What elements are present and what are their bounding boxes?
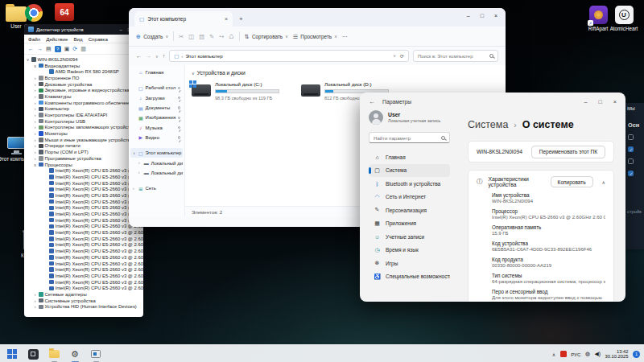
up-icon[interactable]: ↑ (163, 53, 166, 59)
settings-nav-item[interactable]: ◠ Сеть и Интернет (369, 191, 450, 204)
device-tree-node[interactable]: › Контроллеры запоминающих устройств (24, 125, 143, 131)
device-tree-node[interactable]: › Системные устройства (24, 298, 143, 304)
properties-icon[interactable]: ▣ (64, 46, 70, 52)
sidebar-item[interactable]: › ▬ Локальный диск (C:) (130, 158, 183, 167)
device-tree-node[interactable]: Intel(R) Xeon(R) CPU E5-2660 v3 @ 2.60GH… (24, 180, 143, 187)
settings-search-input[interactable]: Найти параметр (369, 132, 450, 143)
tree-twisty-icon[interactable]: › (33, 150, 37, 154)
hidden-icons-chevron[interactable]: ∧ (552, 352, 555, 357)
forward-icon[interactable]: → (146, 53, 151, 59)
device-tree-node[interactable]: Intel(R) Xeon(R) CPU E5-2660 v3 @ 2.60GH… (24, 211, 143, 217)
back-icon[interactable]: ← (369, 98, 375, 105)
rename-pc-button[interactable]: Переименовать этот ПК (531, 146, 605, 158)
tree-twisty-icon[interactable]: › (33, 304, 37, 309)
settings-nav-item[interactable]: ◷ Время и язык (369, 244, 450, 257)
device-tree-node[interactable]: Intel(R) Xeon(R) CPU E5-2660 v3 @ 2.60GH… (24, 174, 143, 180)
device-tree-node[interactable]: › Программные устройства (24, 155, 143, 162)
checkbox[interactable] (628, 134, 634, 140)
tree-twisty-icon[interactable]: ∨ (133, 151, 136, 155)
device-tree-node[interactable]: Intel(R) Xeon(R) CPU E5-2660 v3 @ 2.60GH… (24, 254, 143, 261)
tree-twisty-icon[interactable]: › (33, 143, 37, 148)
device-tree-node[interactable]: Intel(R) Xeon(R) CPU E5-2660 v3 @ 2.60GH… (24, 261, 143, 267)
device-specs-header[interactable]: ⓘ Характеристики устройства Копировать ∧ (477, 176, 605, 187)
list-view-icon[interactable]: ▤ (46, 46, 52, 52)
account-row[interactable]: User Локальная учетная запись (369, 110, 450, 125)
clock[interactable]: 13:42 30.10.2025 (605, 349, 628, 360)
device-tree-node[interactable]: › Дисковые устройства (24, 81, 143, 88)
close-icon[interactable]: × (494, 13, 497, 19)
device-tree-node[interactable]: ∨ Процессоры (24, 162, 143, 168)
sidebar-item[interactable]: ▶ Видео (130, 133, 183, 142)
tree-twisty-icon[interactable]: › (33, 131, 37, 136)
tree-twisty-icon[interactable]: › (33, 106, 37, 111)
checkbox[interactable] (628, 158, 634, 164)
device-tree-node[interactable]: Intel(R) Xeon(R) CPU E5-2660 v3 @ 2.60GH… (24, 279, 143, 286)
device-tree-node[interactable]: Intel(R) Xeon(R) CPU E5-2660 v3 @ 2.60GH… (24, 273, 143, 279)
taskbar-file-explorer[interactable] (47, 348, 60, 360)
sidebar-item[interactable]: › ▬ Локальный диск (D:) (130, 168, 183, 178)
forward-icon[interactable]: → (37, 46, 43, 51)
menu-item[interactable]: Файл (28, 36, 40, 42)
device-tree-node[interactable]: › Мониторы (24, 130, 143, 137)
tree-twisty-icon[interactable]: › (138, 171, 142, 175)
tree-twisty-icon[interactable]: › (33, 292, 37, 297)
collapse-chevron-icon[interactable]: ∧ (602, 179, 605, 185)
new-tab-icon[interactable]: + (239, 15, 243, 23)
close-tab-icon[interactable]: × (225, 16, 228, 22)
tree-twisty-icon[interactable]: › (33, 76, 37, 80)
tree-twisty-icon[interactable]: › (33, 298, 37, 303)
refresh-icon[interactable]: ⟳ (400, 53, 404, 59)
new-button[interactable]: ⊕ Создать ∨ (136, 33, 168, 40)
minimize-icon[interactable]: – (120, 27, 122, 32)
device-tree-node[interactable]: Intel(R) Xeon(R) CPU E5-2660 v3 @ 2.60GH… (24, 285, 143, 291)
device-tree-node[interactable]: › Устройства HID (Human Interface Device… (24, 304, 143, 311)
sidebar-item[interactable]: › ⊞ Сеть (130, 183, 183, 193)
taskbar-device-manager[interactable] (89, 348, 102, 360)
copy-icon[interactable]: ◫ (188, 33, 194, 40)
cut-icon[interactable]: ✂ (179, 33, 184, 40)
settings-nav-item[interactable]: ᛒ Bluetooth и устройства (369, 177, 450, 191)
tree-twisty-icon[interactable]: › (133, 187, 136, 191)
sidebar-item[interactable]: ⌂ Главная (130, 68, 183, 77)
device-tree-node[interactable]: ∨ Видеоадаптеры (24, 63, 143, 69)
settings-nav-item[interactable]: ⊗ Игры (369, 257, 450, 270)
tree-twisty-icon[interactable]: › (33, 156, 37, 161)
tree-twisty-icon[interactable]: › (33, 101, 37, 105)
taskbar-settings[interactable]: ⚙ (68, 348, 81, 360)
delete-icon[interactable]: ♺ (229, 33, 234, 40)
back-icon[interactable]: ← (28, 46, 34, 51)
settings-nav-item[interactable]: ✎ Персонализация (369, 204, 450, 217)
sidebar-item[interactable]: ▢ Рабочий стол (130, 83, 183, 93)
device-tree-node[interactable]: Intel(R) Xeon(R) CPU E5-2660 v3 @ 2.60GH… (24, 167, 143, 174)
device-tree-node[interactable]: › Компьютер (24, 106, 143, 113)
device-tree-node[interactable]: ∨ WIN-8KSL2N0I094 (24, 56, 143, 63)
start-button[interactable] (6, 348, 19, 360)
rename-icon[interactable]: ✎ (209, 33, 214, 40)
device-tree-node[interactable]: › Компоненты программного обеспечения (24, 100, 143, 106)
device-tree-node[interactable]: Intel(R) Xeon(R) CPU E5-2660 v3 @ 2.60GH… (24, 192, 143, 199)
maximize-icon[interactable]: □ (598, 98, 601, 105)
tree-twisty-icon[interactable]: ∨ (33, 162, 37, 167)
network-icon[interactable]: ◍ (585, 351, 590, 357)
tree-twisty-icon[interactable]: › (138, 161, 142, 165)
tree-twisty-icon[interactable]: › (33, 94, 37, 99)
checkbox[interactable] (628, 171, 634, 176)
menu-item[interactable]: Действие (46, 36, 68, 42)
help-icon[interactable]: ? (55, 46, 61, 52)
tree-twisty-icon[interactable]: ∨ (33, 64, 37, 68)
explorer-tab[interactable]: ▢ Этот компьютер × (134, 11, 233, 27)
paste-icon[interactable]: ▤ (199, 33, 204, 40)
task-view-button[interactable] (27, 348, 39, 360)
tree-twisty-icon[interactable]: › (33, 82, 37, 87)
settings-nav-item[interactable]: ▢ Система (369, 164, 450, 178)
address-input[interactable]: ▢ › Этот компьютер ∨ ⟳ (169, 50, 409, 62)
sidebar-item[interactable]: ∨ ▢ Этот компьютер (130, 148, 183, 158)
search-input[interactable]: Поиск в: Этот компьютер (413, 50, 498, 62)
device-tree-node[interactable]: AMD Radeon RX 580 2048SP (24, 68, 143, 75)
device-tree-node[interactable]: › Контроллеры IDE ATA/ATAPI (24, 112, 143, 118)
share-icon[interactable]: ↪ (219, 33, 224, 40)
device-tree-node[interactable]: Intel(R) Xeon(R) CPU E5-2660 v3 @ 2.60GH… (24, 224, 143, 230)
scan-hardware-icon[interactable]: ⟳ (72, 46, 77, 52)
device-tree-node[interactable]: Intel(R) Xeon(R) CPU E5-2660 v3 @ 2.60GH… (24, 248, 143, 254)
tree-twisty-icon[interactable]: ∨ (26, 57, 30, 62)
